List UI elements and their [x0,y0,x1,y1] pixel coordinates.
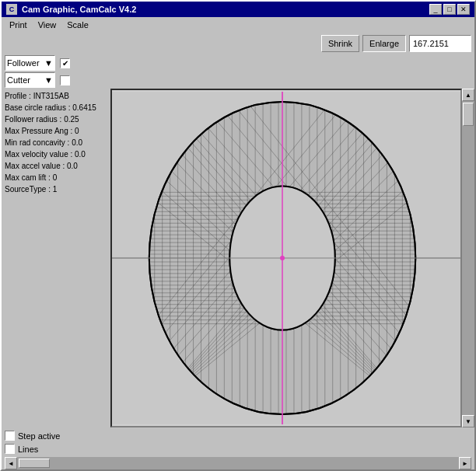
dropdown-arrow: ▼ [44,58,53,68]
info-line-7: Max cam lift : 0 [5,172,107,183]
horizontal-scrollbar[interactable]: ◄ ► [5,457,471,469]
canvas-area[interactable] [110,89,462,427]
menu-print[interactable]: Print [5,19,32,30]
bottom-section: Step active Lines ◄ ► [2,427,474,469]
restore-button[interactable]: □ [443,4,456,15]
value-display: 167.2151 [409,35,471,52]
scroll-left-button[interactable]: ◄ [5,457,17,469]
svg-point-112 [280,256,285,260]
app-icon: C [6,4,17,15]
cutter-label: Cutter [7,75,30,85]
info-line-5: Max velocity value : 0.0 [5,148,107,160]
scroll-right-button[interactable]: ► [459,457,471,469]
step-active-row: Step active [2,427,474,442]
window-title: Cam Graphic, CamCalc V4.2 [22,5,136,14]
scroll-up-button[interactable]: ▲ [462,89,474,101]
info-line-0: Profile : INT315AB [5,90,107,102]
info-line-2: Follower radius : 0.25 [5,113,107,125]
enlarge-button[interactable]: Enlarge [362,35,406,52]
scroll-thumb-h[interactable] [19,459,50,468]
info-line-4: Min rad concavity : 0.0 [5,137,107,148]
info-line-1: Base circle radius : 0.6415 [5,102,107,113]
dropdown-arrow-2: ▼ [44,75,53,85]
follower-row: Follower ▼ ✔ [2,54,474,72]
lines-checkbox[interactable] [5,444,15,454]
info-box: Profile : INT315AB Base circle radius : … [5,90,107,195]
info-line-8: SourceType : 1 [5,183,107,195]
menu-view[interactable]: View [33,19,61,30]
main-content: Profile : INT315AB Base circle radius : … [2,89,474,427]
main-window: C Cam Graphic, CamCalc V4.2 _ □ ✕ Print … [0,0,476,471]
cutter-dropdown[interactable]: Cutter ▼ [5,72,55,88]
follower-dropdown[interactable]: Follower ▼ [5,55,55,71]
info-line-3: Max Pressure Ang : 0 [5,125,107,137]
scroll-track-h[interactable] [17,457,459,469]
cutter-row: Cutter ▼ [2,72,474,89]
lines-label: Lines [18,445,38,454]
scroll-track-v[interactable] [462,101,474,415]
cam-graphic [112,90,460,426]
scroll-down-button[interactable]: ▼ [462,415,474,427]
vertical-scrollbar[interactable]: ▲ ▼ [462,89,474,427]
close-button[interactable]: ✕ [457,4,470,15]
follower-checkbox[interactable]: ✔ [60,58,70,68]
menu-bar: Print View Scale [2,17,474,33]
step-active-checkbox[interactable] [5,431,15,441]
lines-row: Lines [2,442,474,457]
info-line-6: Max accel value : 0.0 [5,160,107,172]
menu-scale[interactable]: Scale [62,19,93,30]
step-active-label: Step active [18,431,60,441]
title-bar: C Cam Graphic, CamCalc V4.2 _ □ ✕ [2,2,474,17]
scroll-thumb-v[interactable] [463,103,474,126]
title-buttons: _ □ ✕ [429,4,470,15]
follower-checkbox-container: ✔ [60,58,70,68]
left-panel: Profile : INT315AB Base circle radius : … [2,89,110,427]
shrink-button[interactable]: Shrink [321,35,359,52]
follower-label: Follower [7,58,40,68]
cutter-checkbox[interactable] [60,75,70,85]
minimize-button[interactable]: _ [429,4,442,15]
cutter-checkbox-container [60,75,70,85]
toolbar: Shrink Enlarge 167.2151 [2,33,474,54]
